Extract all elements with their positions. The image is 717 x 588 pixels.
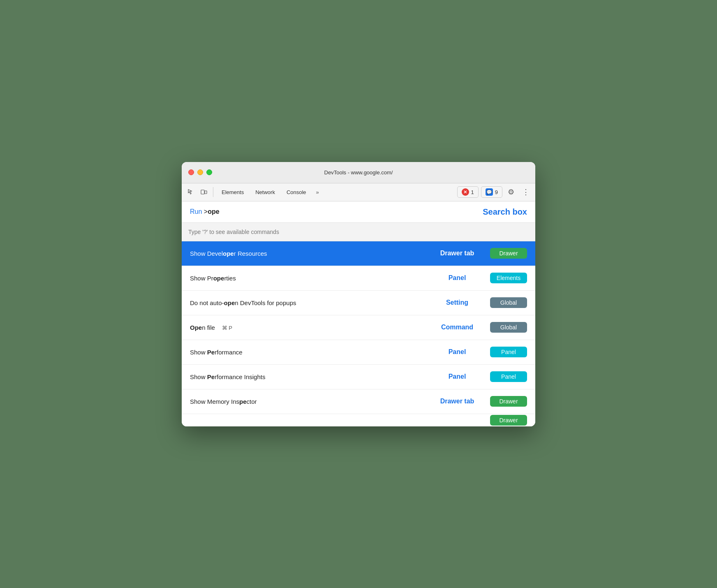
minimize-button[interactable] <box>197 169 203 175</box>
result-name: Show Performance Insights <box>190 373 424 380</box>
window-title: DevTools - www.google.com/ <box>324 169 393 176</box>
result-row[interactable]: Open file ⌘ P Command Global <box>182 315 535 340</box>
result-category: Drawer tab <box>424 250 490 257</box>
result-tag: Panel <box>490 347 527 357</box>
result-tag: Panel <box>490 371 527 382</box>
result-tag: Elements <box>490 273 527 283</box>
run-label: Run >ope <box>190 208 220 215</box>
settings-button[interactable]: ⚙ <box>505 186 517 198</box>
result-tag: Drawer <box>490 415 527 426</box>
error-count: 1 <box>471 189 474 195</box>
result-tag: Drawer <box>490 396 527 407</box>
more-tabs-button[interactable]: » <box>313 188 322 197</box>
result-row-partial[interactable]: Drawer <box>182 414 535 426</box>
result-category: Panel <box>424 348 490 356</box>
svg-rect-0 <box>201 190 204 194</box>
message-badge-button[interactable]: 💬 9 <box>481 186 502 198</box>
search-area <box>182 223 535 241</box>
message-count: 9 <box>495 189 498 195</box>
run-text: Run <box>190 208 202 215</box>
result-category: Drawer tab <box>424 398 490 405</box>
more-options-button[interactable]: ⋮ <box>520 186 532 198</box>
result-name: Show Memory Inspector <box>190 398 424 405</box>
result-name: Show Performance <box>190 349 424 356</box>
svg-rect-1 <box>205 191 207 194</box>
maximize-button[interactable] <box>206 169 212 175</box>
toolbar: Elements Network Console » ✕ 1 💬 9 ⚙ ⋮ <box>182 183 535 201</box>
result-category: Setting <box>424 299 490 306</box>
result-tag: Global <box>490 297 527 308</box>
result-row[interactable]: Show Developer Resources Drawer tab Draw… <box>182 241 535 266</box>
inspect-element-button[interactable] <box>185 186 197 198</box>
result-name: Do not auto-open DevTools for popups <box>190 299 424 306</box>
result-row[interactable]: Show Performance Panel Panel <box>182 340 535 365</box>
result-name: Show Properties <box>190 275 424 282</box>
tab-network[interactable]: Network <box>250 188 280 197</box>
tab-console[interactable]: Console <box>282 188 311 197</box>
result-tag: Drawer <box>490 248 527 259</box>
result-name: Open file ⌘ P <box>190 324 424 331</box>
device-toggle-button[interactable] <box>198 186 210 198</box>
traffic-lights <box>188 169 212 175</box>
message-icon: 💬 <box>486 188 493 196</box>
result-row[interactable]: Do not auto-open DevTools for popups Set… <box>182 291 535 315</box>
result-category: Command <box>424 324 490 331</box>
result-row[interactable]: Show Properties Panel Elements <box>182 266 535 291</box>
results-list: Show Developer Resources Drawer tab Draw… <box>182 241 535 426</box>
devtools-window: DevTools - www.google.com/ Elements Netw… <box>182 162 535 426</box>
result-row[interactable]: Show Memory Inspector Drawer tab Drawer <box>182 389 535 414</box>
run-bar: Run >ope Search box <box>182 201 535 223</box>
command-search-input[interactable] <box>188 227 529 237</box>
tab-elements[interactable]: Elements <box>217 188 249 197</box>
result-name: Show Developer Resources <box>190 250 424 257</box>
result-category: Panel <box>424 373 490 380</box>
result-row[interactable]: Show Performance Insights Panel Panel <box>182 365 535 389</box>
toolbar-separator <box>213 187 213 197</box>
title-bar: DevTools - www.google.com/ <box>182 162 535 183</box>
error-badge-button[interactable]: ✕ 1 <box>457 186 479 198</box>
toolbar-right: ✕ 1 💬 9 ⚙ ⋮ <box>457 186 532 198</box>
typed-text: >ope <box>204 208 220 215</box>
command-palette: Run >ope Search box Show Developer Resou… <box>182 201 535 426</box>
close-button[interactable] <box>188 169 194 175</box>
error-icon: ✕ <box>462 188 469 196</box>
result-category: Panel <box>424 274 490 282</box>
search-box-label: Search box <box>483 207 527 217</box>
result-tag: Global <box>490 322 527 333</box>
